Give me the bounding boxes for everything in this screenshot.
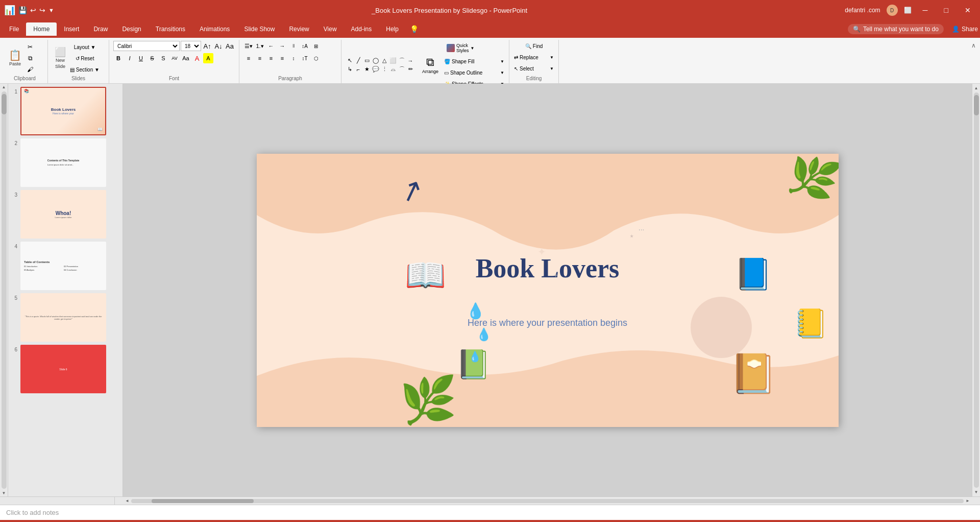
slide-thumb-2[interactable]: Contents of This Template Lorem ipsum do… — [20, 138, 106, 187]
find-button[interactable]: 🔍 Find — [513, 41, 554, 51]
shape-outline-button[interactable]: ▭ Shape Outline ▼ — [444, 67, 505, 78]
bold-button[interactable]: B — [113, 53, 124, 63]
replace-button[interactable]: ⇄ Replace ▼ — [513, 52, 554, 62]
arrange-button[interactable]: ⧉ Arrange — [419, 54, 442, 76]
format-painter-button[interactable]: 🖌 — [25, 64, 35, 75]
shape-outline-dropdown[interactable]: ▼ — [500, 70, 504, 75]
freeform-shape[interactable]: ✏ — [406, 65, 414, 74]
rect2-shape[interactable]: ⬜ — [389, 57, 397, 65]
slide-item-6[interactable]: 6 Slide 6 — [10, 345, 120, 393]
scroll-down-arrow[interactable]: ▼ — [1, 490, 7, 496]
tab-help[interactable]: Help — [379, 22, 406, 36]
oval-shape[interactable]: ◯ — [372, 57, 380, 65]
connect-shape[interactable]: ⌒ — [398, 65, 406, 74]
line-shape[interactable]: ╱ — [354, 57, 362, 65]
select-dropdown[interactable]: ▼ — [550, 66, 554, 71]
tab-design[interactable]: Design — [115, 22, 148, 36]
underline-button[interactable]: U — [136, 53, 146, 63]
slide-title[interactable]: Book Lovers — [476, 253, 620, 283]
callout-shape[interactable]: 💬 — [372, 65, 380, 74]
tell-me-box[interactable]: 🔍 Tell me what you want to do — [848, 24, 944, 34]
slide-thumb-4[interactable]: Table of Contents 01 Introduction 02 Pre… — [20, 242, 106, 290]
minimize-button[interactable]: ─ — [918, 4, 933, 16]
layout-button[interactable]: Layout ▼ — [69, 42, 100, 52]
text-direction-button[interactable]: ↕A — [300, 41, 310, 51]
columns-button[interactable]: ⫴ — [288, 41, 299, 51]
tri-shape[interactable]: △ — [380, 57, 388, 65]
align-text-button[interactable]: ↕T — [300, 53, 310, 63]
tab-review[interactable]: Review — [282, 22, 316, 36]
increase-font-button[interactable]: A↑ — [202, 41, 212, 51]
notes-placeholder[interactable]: Click to add notes — [6, 509, 59, 516]
section-button[interactable]: ▤ Section ▼ — [69, 64, 100, 75]
scroll-up-arrow[interactable]: ▲ — [1, 84, 7, 90]
replace-dropdown[interactable]: ▼ — [550, 55, 554, 60]
rect-shape[interactable]: ▭ — [363, 57, 371, 65]
undo-icon[interactable]: ↩ — [30, 6, 36, 14]
font-size-select[interactable]: 18 — [181, 41, 201, 51]
slide-item-5[interactable]: 5 "This is a quote. Words full of wisdom… — [10, 293, 120, 342]
shape-fill-dropdown[interactable]: ▼ — [500, 59, 504, 64]
select-button[interactable]: ↖ Select ▼ — [513, 63, 554, 74]
new-slide-button[interactable]: ⬜ New Slide — [52, 46, 68, 70]
slide-thumb-3[interactable]: Whoa! Lorem ipsum dolor — [20, 190, 106, 239]
clear-format-button[interactable]: Aa — [225, 41, 235, 51]
tab-transitions[interactable]: Transitions — [149, 22, 192, 36]
curve-shape[interactable]: ⌒ — [398, 57, 406, 65]
slide-item-1[interactable]: 1 Book Lovers Here is where your 📚 📖 — [10, 87, 120, 135]
font-color-button[interactable]: A — [192, 53, 202, 63]
quick-styles-button[interactable]: QuickStyles ▼ — [444, 41, 505, 55]
vscroll-thumb[interactable] — [974, 95, 979, 115]
scroll-thumb[interactable] — [2, 94, 7, 114]
tab-draw[interactable]: Draw — [86, 22, 115, 36]
numbering-button[interactable]: 1.▾ — [255, 41, 265, 51]
hscroll-right[interactable]: ► — [966, 499, 970, 503]
tab-addins[interactable]: Add-ins — [344, 22, 379, 36]
tab-home[interactable]: Home — [26, 22, 57, 36]
restore-icon[interactable]: ⬜ — [904, 7, 912, 14]
cut-button[interactable]: ✂ — [25, 42, 35, 52]
tab-animations[interactable]: Animations — [192, 22, 237, 36]
slide-thumb-6[interactable]: Slide 6 — [20, 345, 106, 393]
slide-thumb-1[interactable]: Book Lovers Here is where your 📚 📖 — [20, 87, 106, 135]
redo-icon[interactable]: ↪ — [39, 6, 45, 14]
align-center-button[interactable]: ≡ — [255, 53, 265, 63]
slide-subtitle[interactable]: Here is where your presentation begins — [468, 318, 627, 328]
align-right-button[interactable]: ≡ — [266, 53, 276, 63]
copy-button[interactable]: ⧉ — [25, 53, 35, 63]
quick-styles-dropdown[interactable]: ▼ — [471, 46, 475, 51]
justify-button[interactable]: ≡ — [277, 53, 287, 63]
tab-slideshow[interactable]: Slide Show — [237, 22, 282, 36]
increase-indent-button[interactable]: → — [277, 41, 287, 51]
select-shape[interactable]: ↖ — [346, 57, 354, 65]
slide-item-3[interactable]: 3 Whoa! Lorem ipsum dolor — [10, 190, 120, 239]
font-family-select[interactable]: Calibri — [113, 41, 180, 51]
decrease-indent-button[interactable]: ← — [266, 41, 276, 51]
arc-shape[interactable]: ⌓ — [389, 65, 397, 74]
line-spacing-button[interactable]: ↕ — [288, 53, 299, 63]
tab-insert[interactable]: Insert — [57, 22, 86, 36]
vscroll-down-arrow[interactable]: ▼ — [973, 489, 979, 495]
italic-button[interactable]: I — [125, 53, 135, 63]
case-button[interactable]: Aa — [181, 53, 191, 63]
star-shape[interactable]: ★ — [363, 65, 371, 74]
slide-thumb-5[interactable]: "This is a quote. Words full of wisdom t… — [20, 293, 106, 342]
more-shapes[interactable]: ⋮ — [380, 65, 388, 74]
vscroll-up-arrow[interactable]: ▲ — [973, 85, 979, 91]
save-icon[interactable]: 💾 — [18, 6, 27, 14]
convert-to-smartart-button[interactable]: ⬡ — [311, 53, 321, 63]
shape-fill-button[interactable]: 🪣 Shape Fill ▼ — [444, 56, 505, 66]
slide-item-2[interactable]: 2 Contents of This Template Lorem ipsum … — [10, 138, 120, 187]
tab-view[interactable]: View — [316, 22, 344, 36]
slide-item-4[interactable]: 4 Table of Contents 01 Introduction 02 P… — [10, 242, 120, 290]
close-button[interactable]: ✕ — [960, 4, 976, 16]
paste-button[interactable]: 📋 Paste — [6, 49, 24, 68]
bend-shape[interactable]: ↳ — [346, 65, 354, 74]
decrease-font-button[interactable]: A↓ — [213, 41, 224, 51]
reset-button[interactable]: ↺ Reset — [69, 53, 100, 63]
strikethrough-button[interactable]: S — [147, 53, 157, 63]
shadow-button[interactable]: S — [158, 53, 168, 63]
arrow-shape[interactable]: → — [406, 57, 414, 65]
collapse-icon[interactable]: ∧ — [971, 42, 976, 49]
hscroll-left[interactable]: ◄ — [125, 499, 129, 503]
